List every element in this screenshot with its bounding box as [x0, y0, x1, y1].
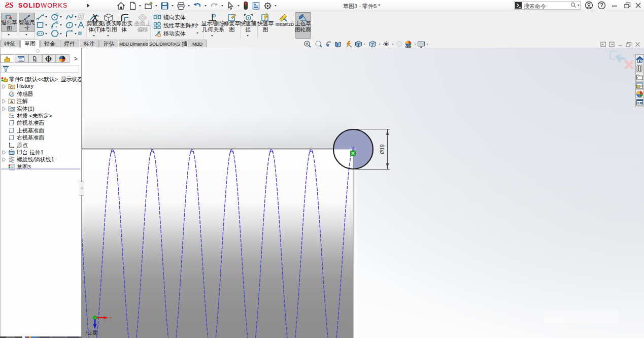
svg-text:Ø19: Ø19	[380, 144, 385, 154]
svg-text:*上视: *上视	[86, 330, 97, 335]
svg-text:?: ?	[600, 3, 603, 8]
svg-text:A: A	[10, 99, 13, 104]
